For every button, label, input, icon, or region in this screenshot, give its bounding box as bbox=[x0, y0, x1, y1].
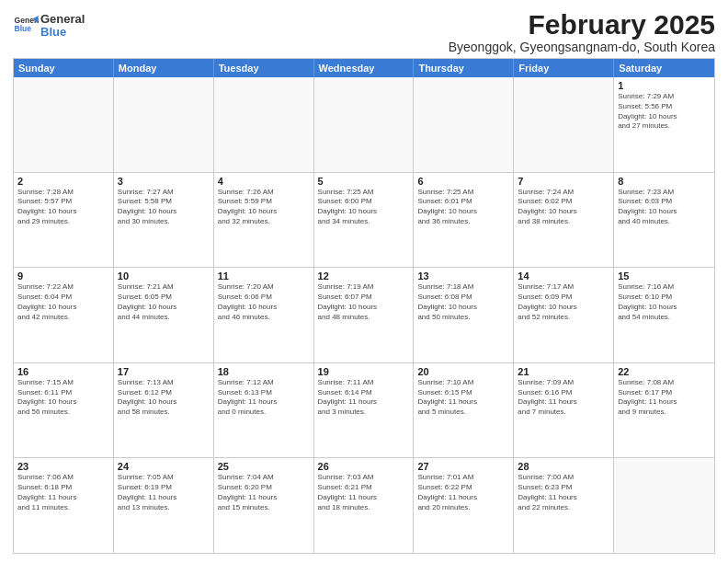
calendar-cell: 11Sunrise: 7:20 AM Sunset: 6:06 PM Dayli… bbox=[214, 268, 314, 362]
calendar: SundayMondayTuesdayWednesdayThursdayFrid… bbox=[13, 58, 715, 554]
calendar-row-4: 16Sunrise: 7:15 AM Sunset: 6:11 PM Dayli… bbox=[14, 363, 714, 459]
day-number: 16 bbox=[17, 366, 109, 377]
day-number: 8 bbox=[618, 176, 711, 187]
cell-info: Sunrise: 7:17 AM Sunset: 6:09 PM Dayligh… bbox=[518, 282, 609, 322]
calendar-cell: 14Sunrise: 7:17 AM Sunset: 6:09 PM Dayli… bbox=[514, 268, 614, 362]
calendar-cell: 3Sunrise: 7:27 AM Sunset: 5:58 PM Daylig… bbox=[114, 173, 214, 268]
cell-info: Sunrise: 7:08 AM Sunset: 6:17 PM Dayligh… bbox=[618, 378, 711, 418]
calendar-cell: 25Sunrise: 7:04 AM Sunset: 6:20 PM Dayli… bbox=[214, 458, 314, 553]
cell-info: Sunrise: 7:15 AM Sunset: 6:11 PM Dayligh… bbox=[17, 378, 109, 418]
calendar-cell: 5Sunrise: 7:25 AM Sunset: 6:00 PM Daylig… bbox=[314, 173, 415, 268]
logo: General Blue General Blue bbox=[13, 13, 85, 40]
calendar-cell: 28Sunrise: 7:00 AM Sunset: 6:23 PM Dayli… bbox=[514, 458, 614, 553]
header-day-tuesday: Tuesday bbox=[214, 59, 314, 77]
calendar-cell: 24Sunrise: 7:05 AM Sunset: 6:19 PM Dayli… bbox=[114, 458, 214, 553]
day-number: 5 bbox=[318, 176, 410, 187]
day-number: 11 bbox=[218, 270, 310, 282]
cell-info: Sunrise: 7:11 AM Sunset: 6:14 PM Dayligh… bbox=[318, 378, 410, 418]
day-number: 1 bbox=[618, 80, 711, 91]
calendar-body: 1Sunrise: 7:29 AM Sunset: 5:56 PM Daylig… bbox=[14, 77, 714, 553]
day-number: 14 bbox=[518, 270, 609, 282]
calendar-header: SundayMondayTuesdayWednesdayThursdayFrid… bbox=[14, 59, 714, 77]
calendar-cell: 15Sunrise: 7:16 AM Sunset: 6:10 PM Dayli… bbox=[614, 268, 714, 362]
cell-info: Sunrise: 7:19 AM Sunset: 6:07 PM Dayligh… bbox=[318, 282, 410, 322]
calendar-row-2: 2Sunrise: 7:28 AM Sunset: 5:57 PM Daylig… bbox=[14, 173, 714, 269]
day-number: 25 bbox=[218, 461, 310, 472]
cell-info: Sunrise: 7:21 AM Sunset: 6:05 PM Dayligh… bbox=[118, 282, 210, 322]
page-title: February 2025 bbox=[449, 9, 715, 40]
cell-info: Sunrise: 7:00 AM Sunset: 6:23 PM Dayligh… bbox=[518, 473, 609, 512]
cell-info: Sunrise: 7:27 AM Sunset: 5:58 PM Dayligh… bbox=[118, 188, 210, 227]
calendar-cell: 1Sunrise: 7:29 AM Sunset: 5:56 PM Daylig… bbox=[614, 77, 714, 172]
calendar-cell: 26Sunrise: 7:03 AM Sunset: 6:21 PM Dayli… bbox=[314, 458, 415, 553]
calendar-cell: 12Sunrise: 7:19 AM Sunset: 6:07 PM Dayli… bbox=[314, 268, 415, 362]
calendar-cell: 6Sunrise: 7:25 AM Sunset: 6:01 PM Daylig… bbox=[414, 173, 514, 268]
day-number: 21 bbox=[518, 366, 609, 377]
calendar-cell: 9Sunrise: 7:22 AM Sunset: 6:04 PM Daylig… bbox=[14, 268, 114, 362]
title-block: February 2025 Byeonggok, Gyeongsangnam-d… bbox=[449, 9, 715, 54]
day-number: 12 bbox=[318, 270, 410, 282]
day-number: 18 bbox=[218, 366, 310, 377]
cell-info: Sunrise: 7:01 AM Sunset: 6:22 PM Dayligh… bbox=[417, 473, 509, 512]
day-number: 19 bbox=[318, 366, 410, 377]
calendar-cell: 2Sunrise: 7:28 AM Sunset: 5:57 PM Daylig… bbox=[14, 173, 114, 268]
day-number: 10 bbox=[118, 270, 210, 282]
cell-info: Sunrise: 7:23 AM Sunset: 6:03 PM Dayligh… bbox=[618, 188, 711, 227]
cell-info: Sunrise: 7:26 AM Sunset: 5:59 PM Dayligh… bbox=[218, 188, 310, 227]
calendar-cell: 18Sunrise: 7:12 AM Sunset: 6:13 PM Dayli… bbox=[214, 363, 314, 458]
cell-info: Sunrise: 7:29 AM Sunset: 5:56 PM Dayligh… bbox=[618, 92, 711, 132]
cell-info: Sunrise: 7:24 AM Sunset: 6:02 PM Dayligh… bbox=[518, 188, 609, 227]
cell-info: Sunrise: 7:03 AM Sunset: 6:21 PM Dayligh… bbox=[318, 473, 410, 512]
page: General Blue General Blue February 2025 … bbox=[0, 0, 728, 563]
cell-info: Sunrise: 7:06 AM Sunset: 6:18 PM Dayligh… bbox=[17, 473, 109, 512]
header-day-saturday: Saturday bbox=[614, 59, 714, 77]
calendar-cell: 17Sunrise: 7:13 AM Sunset: 6:12 PM Dayli… bbox=[114, 363, 214, 458]
cell-info: Sunrise: 7:25 AM Sunset: 6:00 PM Dayligh… bbox=[318, 188, 410, 227]
day-number: 15 bbox=[618, 270, 711, 282]
calendar-cell: 21Sunrise: 7:09 AM Sunset: 6:16 PM Dayli… bbox=[514, 363, 614, 458]
calendar-cell: 19Sunrise: 7:11 AM Sunset: 6:14 PM Dayli… bbox=[314, 363, 415, 458]
calendar-cell: 8Sunrise: 7:23 AM Sunset: 6:03 PM Daylig… bbox=[614, 173, 714, 268]
calendar-cell: 4Sunrise: 7:26 AM Sunset: 5:59 PM Daylig… bbox=[214, 173, 314, 268]
cell-info: Sunrise: 7:04 AM Sunset: 6:20 PM Dayligh… bbox=[218, 473, 310, 512]
calendar-row-3: 9Sunrise: 7:22 AM Sunset: 6:04 PM Daylig… bbox=[14, 268, 714, 363]
calendar-cell: 7Sunrise: 7:24 AM Sunset: 6:02 PM Daylig… bbox=[514, 173, 614, 268]
cell-info: Sunrise: 7:18 AM Sunset: 6:08 PM Dayligh… bbox=[417, 282, 509, 322]
calendar-row-1: 1Sunrise: 7:29 AM Sunset: 5:56 PM Daylig… bbox=[14, 77, 714, 173]
calendar-cell bbox=[314, 77, 415, 172]
calendar-cell: 10Sunrise: 7:21 AM Sunset: 6:05 PM Dayli… bbox=[114, 268, 214, 362]
calendar-cell bbox=[414, 77, 514, 172]
day-number: 9 bbox=[17, 270, 109, 282]
calendar-cell: 27Sunrise: 7:01 AM Sunset: 6:22 PM Dayli… bbox=[414, 458, 514, 553]
cell-info: Sunrise: 7:05 AM Sunset: 6:19 PM Dayligh… bbox=[118, 473, 210, 512]
day-number: 28 bbox=[518, 461, 609, 472]
day-number: 23 bbox=[17, 461, 109, 472]
calendar-cell: 22Sunrise: 7:08 AM Sunset: 6:17 PM Dayli… bbox=[614, 363, 714, 458]
header-day-monday: Monday bbox=[114, 59, 214, 77]
calendar-cell: 20Sunrise: 7:10 AM Sunset: 6:15 PM Dayli… bbox=[414, 363, 514, 458]
cell-info: Sunrise: 7:25 AM Sunset: 6:01 PM Dayligh… bbox=[417, 188, 509, 227]
cell-info: Sunrise: 7:10 AM Sunset: 6:15 PM Dayligh… bbox=[417, 378, 509, 418]
day-number: 22 bbox=[618, 366, 711, 377]
cell-info: Sunrise: 7:28 AM Sunset: 5:57 PM Dayligh… bbox=[17, 188, 109, 227]
day-number: 20 bbox=[417, 366, 509, 377]
cell-info: Sunrise: 7:09 AM Sunset: 6:16 PM Dayligh… bbox=[518, 378, 609, 418]
day-number: 27 bbox=[417, 461, 509, 472]
cell-info: Sunrise: 7:12 AM Sunset: 6:13 PM Dayligh… bbox=[218, 378, 310, 418]
day-number: 6 bbox=[417, 176, 509, 187]
header-day-wednesday: Wednesday bbox=[314, 59, 415, 77]
calendar-cell bbox=[14, 77, 114, 172]
svg-text:Blue: Blue bbox=[15, 25, 32, 34]
header-day-thursday: Thursday bbox=[414, 59, 514, 77]
header: General Blue General Blue February 2025 … bbox=[13, 9, 715, 54]
calendar-cell: 13Sunrise: 7:18 AM Sunset: 6:08 PM Dayli… bbox=[414, 268, 514, 362]
calendar-cell bbox=[214, 77, 314, 172]
calendar-row-5: 23Sunrise: 7:06 AM Sunset: 6:18 PM Dayli… bbox=[14, 458, 714, 553]
day-number: 17 bbox=[118, 366, 210, 377]
cell-info: Sunrise: 7:13 AM Sunset: 6:12 PM Dayligh… bbox=[118, 378, 210, 418]
logo-text: General Blue bbox=[40, 13, 85, 40]
logo-icon: General Blue bbox=[13, 13, 39, 39]
day-number: 2 bbox=[17, 176, 109, 187]
cell-info: Sunrise: 7:20 AM Sunset: 6:06 PM Dayligh… bbox=[218, 282, 310, 322]
header-day-friday: Friday bbox=[514, 59, 614, 77]
